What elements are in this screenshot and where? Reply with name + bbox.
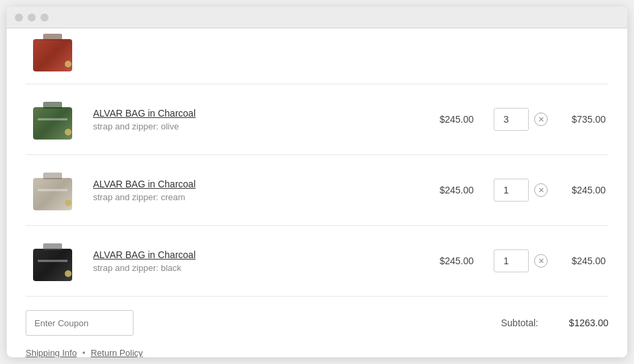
bottom-section: Subtotal: $1263.00 Shipping Info • Retur… — [26, 297, 608, 357]
item-image-black — [26, 238, 80, 284]
subtotal-area: Subtotal: $1263.00 — [501, 317, 608, 328]
subtotal-value: $1263.00 — [554, 317, 608, 328]
window-dot-3[interactable] — [40, 13, 49, 22]
item-info-black: ALVAR BAG in Charcoal strap and zipper: … — [80, 249, 420, 273]
item-qty-wrap-cream: ✕ — [494, 179, 548, 202]
item-variant-black: strap and zipper: black — [93, 263, 420, 273]
item-total-cream: $245.00 — [548, 185, 608, 195]
links-row: Shipping Info • Return Policy — [26, 348, 608, 357]
coupon-input[interactable] — [26, 310, 134, 336]
item-qty-wrap-olive: ✕ — [494, 108, 548, 131]
item-price-olive: $245.00 — [420, 114, 494, 125]
item-qty-input-black[interactable] — [494, 249, 529, 272]
item-total-black: $245.00 — [548, 255, 608, 266]
item-name-black[interactable]: ALVAR BAG in Charcoal — [93, 249, 420, 260]
cart-item-black: ALVAR BAG in Charcoal strap and zipper: … — [26, 226, 608, 297]
item-name-cream[interactable]: ALVAR BAG in Charcoal — [93, 179, 420, 189]
remove-btn-black[interactable]: ✕ — [534, 254, 548, 268]
separator: • — [82, 348, 86, 357]
item-qty-input-cream[interactable] — [494, 179, 529, 202]
title-bar — [7, 7, 627, 28]
remove-btn-olive[interactable]: ✕ — [534, 113, 548, 126]
coupon-subtotal-row: Subtotal: $1263.00 — [26, 310, 608, 336]
item-image-partial — [26, 28, 80, 74]
window-dot-2[interactable] — [28, 13, 36, 22]
item-variant-olive: strap and zipper: olive — [93, 121, 420, 131]
item-qty-input-olive[interactable] — [494, 108, 529, 131]
item-total-olive: $735.00 — [548, 114, 608, 125]
item-image-cream — [26, 167, 80, 213]
remove-btn-cream[interactable]: ✕ — [534, 183, 548, 197]
item-qty-wrap-black: ✕ — [494, 249, 548, 272]
cart-item-partial — [26, 28, 608, 84]
item-variant-cream: strap and zipper: cream — [93, 192, 420, 202]
window-dot-1[interactable] — [15, 13, 23, 22]
item-info-cream: ALVAR BAG in Charcoal strap and zipper: … — [80, 179, 420, 202]
cart-item-olive: ALVAR BAG in Charcoal strap and zipper: … — [26, 84, 608, 155]
cart-item-cream: ALVAR BAG in Charcoal strap and zipper: … — [26, 155, 608, 226]
item-price-black: $245.00 — [420, 255, 494, 266]
item-price-cream: $245.00 — [420, 185, 494, 195]
shipping-info-link[interactable]: Shipping Info — [26, 348, 77, 357]
return-policy-link[interactable]: Return Policy — [90, 348, 142, 357]
app-window: ALVAR BAG in Charcoal strap and zipper: … — [7, 7, 627, 357]
item-name-olive[interactable]: ALVAR BAG in Charcoal — [93, 108, 420, 119]
item-image-olive — [26, 96, 80, 142]
subtotal-label: Subtotal: — [501, 317, 538, 328]
cart-content: ALVAR BAG in Charcoal strap and zipper: … — [7, 28, 627, 357]
item-info-olive: ALVAR BAG in Charcoal strap and zipper: … — [80, 108, 420, 131]
